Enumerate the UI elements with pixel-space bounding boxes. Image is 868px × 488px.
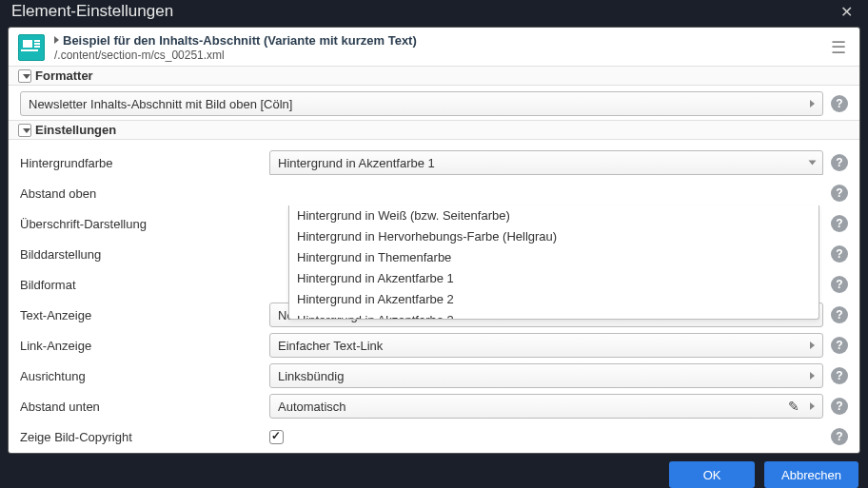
help-icon[interactable]: ?	[831, 245, 848, 263]
help-icon[interactable]: ?	[831, 95, 848, 112]
modal-body: Beispiel für den Inhalts-Abschnitt (Vari…	[8, 27, 860, 454]
settings-section-title: Einstellungen	[35, 123, 116, 137]
dropdown-item[interactable]: Hintergrund in Akzentfarbe 2	[289, 289, 819, 310]
link-display-select[interactable]: Einfacher Text-Link	[269, 333, 823, 358]
help-icon[interactable]: ?	[831, 337, 848, 354]
pencil-icon[interactable]: ✎	[788, 399, 799, 414]
settings-section-header[interactable]: Einstellungen	[9, 120, 859, 140]
element-settings-modal: Element-Einstellungen ✕ Beispiel für den…	[0, 0, 868, 488]
setting-row-link-display: Link-Anzeige Einfacher Text-Link ?	[20, 330, 848, 361]
setting-label: Abstand oben	[20, 186, 269, 201]
ok-button[interactable]: OK	[669, 461, 755, 488]
select-value: Einfacher Text-Link	[278, 339, 383, 353]
dropdown-item[interactable]: Hintergrund in Themenfarbe	[289, 247, 819, 268]
formatter-section-header[interactable]: Formatter	[9, 66, 859, 86]
close-icon[interactable]: ✕	[837, 3, 857, 21]
select-value: Linksbündig	[278, 369, 344, 383]
chevron-right-icon[interactable]	[54, 36, 59, 44]
setting-label: Ausrichtung	[20, 369, 269, 383]
setting-label: Bilddarstellung	[20, 247, 269, 262]
modal-title: Element-Einstellungen	[11, 2, 173, 21]
help-icon[interactable]: ?	[831, 306, 848, 323]
select-value: Hintergrund in Akzentfarbe 1	[278, 156, 435, 170]
content-type-icon	[18, 34, 45, 61]
help-icon[interactable]: ?	[831, 398, 848, 415]
setting-row-margin-top: Abstand oben ?	[20, 178, 848, 208]
setting-row-show-copyright: Zeige Bild-Copyright ?	[20, 421, 848, 452]
show-copyright-checkbox[interactable]	[269, 430, 284, 444]
content-title: Beispiel für den Inhalts-Abschnitt (Vari…	[54, 33, 818, 48]
modal-titlebar: Element-Einstellungen ✕	[0, 0, 868, 27]
dropdown-item[interactable]: Hintergrund in Akzentfarbe 1	[289, 268, 819, 289]
content-header: Beispiel für den Inhalts-Abschnitt (Vari…	[9, 28, 859, 66]
alignment-select[interactable]: Linksbündig	[269, 363, 823, 388]
dropdown-item[interactable]: Hintergrund in Weiß (bzw. Seitenfarbe)	[289, 205, 819, 226]
help-icon[interactable]: ?	[831, 185, 848, 202]
bgcolor-dropdown[interactable]: Hintergrund in Weiß (bzw. Seitenfarbe) H…	[288, 205, 819, 320]
dropdown-item[interactable]: Hintergrund in Hervorhebungs-Farbe (Hell…	[289, 226, 819, 247]
formatter-selected-value: Newsletter Inhalts-Abschnitt mit Bild ob…	[29, 97, 292, 111]
collapse-toggle-icon[interactable]	[18, 124, 31, 137]
setting-row-margin-bottom: Abstand unten Automatisch ✎ ?	[20, 391, 848, 421]
setting-label: Hintergrundfarbe	[20, 156, 269, 170]
help-icon[interactable]: ?	[831, 154, 848, 171]
help-icon[interactable]: ?	[831, 276, 848, 293]
hamburger-menu-icon[interactable]: ☰	[827, 35, 850, 60]
dropdown-item[interactable]: Hintergrund in Akzentfarbe 3	[289, 310, 819, 320]
cancel-button[interactable]: Abbrechen	[764, 461, 858, 488]
formatter-section-title: Formatter	[35, 68, 93, 83]
setting-row-bgcolor: Hintergrundfarbe Hintergrund in Akzentfa…	[20, 147, 848, 178]
setting-label: Zeige Bild-Copyright	[20, 430, 269, 444]
help-icon[interactable]: ?	[831, 428, 848, 445]
help-icon[interactable]: ?	[831, 367, 848, 384]
setting-row-alignment: Ausrichtung Linksbündig ?	[20, 361, 848, 391]
margin-bottom-select[interactable]: Automatisch ✎	[269, 394, 823, 419]
setting-label: Link-Anzeige	[20, 339, 269, 353]
collapse-toggle-icon[interactable]	[18, 69, 31, 83]
formatter-select[interactable]: Newsletter Inhalts-Abschnitt mit Bild ob…	[20, 91, 823, 116]
modal-footer: OK Abbrechen	[0, 454, 868, 488]
bgcolor-select[interactable]: Hintergrund in Akzentfarbe 1	[269, 150, 823, 175]
setting-label: Text-Anzeige	[20, 308, 269, 322]
content-path: /.content/section-m/cs_00251.xml	[54, 49, 818, 62]
help-icon[interactable]: ?	[831, 215, 848, 232]
setting-label: Bildformat	[20, 278, 269, 292]
setting-label: Abstand unten	[20, 400, 269, 414]
select-value: Automatisch	[278, 400, 346, 414]
setting-label: Überschrift-Darstellung	[20, 217, 269, 231]
